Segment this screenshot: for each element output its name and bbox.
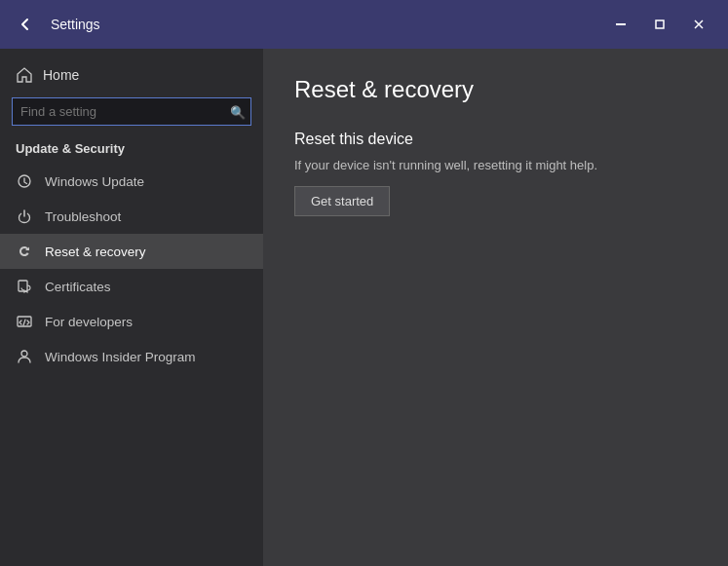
certificates-label: Certificates (45, 280, 111, 294)
page-title: Reset & recovery (294, 76, 697, 103)
minimize-button[interactable] (603, 9, 638, 40)
sidebar-item-reset-recovery[interactable]: Reset & recovery (0, 234, 263, 269)
sidebar-item-troubleshoot[interactable]: Troubleshoot (0, 199, 263, 234)
window-controls (603, 9, 716, 40)
app-title: Settings (51, 17, 592, 32)
home-icon (16, 66, 33, 84)
windows-update-icon (16, 172, 33, 190)
sidebar-item-for-developers[interactable]: For developers (0, 304, 263, 339)
reset-recovery-icon (16, 243, 33, 260)
back-button[interactable] (12, 11, 39, 38)
windows-update-label: Windows Update (45, 174, 144, 189)
reset-recovery-label: Reset & recovery (45, 245, 146, 259)
get-started-button[interactable]: Get started (294, 186, 390, 216)
for-developers-label: For developers (45, 315, 133, 329)
svg-rect-1 (656, 20, 664, 28)
sidebar-item-windows-update[interactable]: Windows Update (0, 164, 263, 199)
search-container: 🔍 (12, 97, 251, 126)
sidebar-item-windows-insider[interactable]: Windows Insider Program (0, 339, 263, 374)
svg-point-7 (21, 351, 27, 357)
sidebar: Home 🔍 Update & Security Windows Update (0, 49, 263, 566)
search-icon[interactable]: 🔍 (230, 104, 246, 119)
search-input[interactable] (12, 97, 251, 126)
title-bar: Settings (0, 0, 728, 49)
windows-insider-label: Windows Insider Program (45, 350, 196, 364)
windows-insider-icon (16, 348, 33, 365)
sidebar-item-certificates[interactable]: Certificates (0, 269, 263, 304)
home-label: Home (43, 67, 79, 83)
maximize-button[interactable] (642, 9, 677, 40)
reset-section-desc: If your device isn't running well, reset… (294, 158, 697, 172)
for-developers-icon (16, 313, 33, 330)
section-header: Update & Security (0, 137, 263, 164)
troubleshoot-icon (16, 208, 33, 225)
close-button[interactable] (681, 9, 716, 40)
certificates-icon (16, 278, 33, 295)
sidebar-item-home[interactable]: Home (0, 58, 263, 92)
svg-rect-0 (616, 23, 626, 25)
reset-section-title: Reset this device (294, 131, 697, 148)
main-content: Home 🔍 Update & Security Windows Update (0, 49, 728, 566)
right-panel: Reset & recovery Reset this device If yo… (263, 49, 728, 566)
troubleshoot-label: Troubleshoot (45, 209, 121, 224)
